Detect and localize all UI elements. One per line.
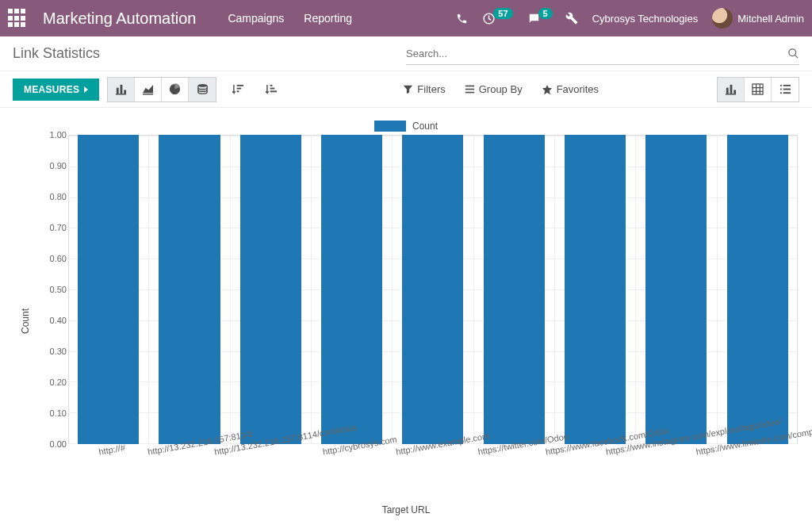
- svg-rect-11: [237, 90, 239, 92]
- favorites-label: Favorites: [557, 83, 599, 95]
- y-ticks: 0.000.100.200.300.400.500.600.700.800.90…: [40, 135, 67, 444]
- stacked-button[interactable]: [189, 78, 216, 102]
- sort-desc-button[interactable]: [224, 78, 251, 102]
- nav-links: Campaigns Reporting: [228, 12, 352, 25]
- bar[interactable]: [159, 135, 220, 444]
- search-icon[interactable]: [787, 48, 799, 59]
- svg-rect-4: [117, 88, 119, 94]
- svg-rect-21: [733, 90, 736, 94]
- svg-rect-17: [465, 92, 474, 94]
- activities-icon[interactable]: 57: [482, 12, 512, 25]
- legend-swatch: [374, 121, 406, 132]
- y-tick-label: 0.00: [50, 439, 67, 449]
- bar-chart-button[interactable]: [108, 78, 135, 102]
- search-input[interactable]: [406, 43, 783, 64]
- svg-rect-12: [270, 85, 273, 86]
- filters-label: Filters: [417, 83, 445, 95]
- bar[interactable]: [565, 135, 626, 444]
- groupby-label: Group By: [479, 83, 523, 95]
- bar[interactable]: [321, 135, 382, 444]
- groupby-menu[interactable]: Group By: [465, 83, 523, 95]
- y-tick-label: 0.10: [50, 408, 67, 418]
- y-tick-label: 0.60: [50, 254, 67, 263]
- nav-campaigns[interactable]: Campaigns: [228, 12, 284, 25]
- user-menu[interactable]: Mitchell Admin: [712, 8, 804, 29]
- svg-rect-14: [270, 90, 277, 92]
- bar[interactable]: [484, 135, 545, 444]
- discuss-badge: 5: [538, 8, 553, 19]
- svg-rect-29: [779, 89, 781, 90]
- activities-badge: 57: [493, 8, 512, 19]
- pivot-view-button[interactable]: [745, 78, 772, 102]
- svg-rect-30: [783, 89, 790, 90]
- chart-type-group: [107, 77, 216, 102]
- y-tick-label: 0.20: [50, 377, 67, 387]
- svg-rect-16: [465, 89, 474, 90]
- company-name[interactable]: Cybrosys Technologies: [592, 13, 698, 25]
- search-wrap: [406, 43, 799, 65]
- svg-rect-32: [783, 92, 790, 94]
- caret-right-icon: [84, 86, 88, 93]
- y-tick-label: 0.80: [50, 192, 67, 201]
- line-chart-button[interactable]: [135, 78, 162, 102]
- chart-canvas: Count 0.000.100.200.300.400.500.600.700.…: [44, 135, 798, 508]
- sort-group: [224, 78, 285, 102]
- nav-reporting[interactable]: Reporting: [304, 12, 352, 25]
- breadcrumb: Link Statistics: [13, 45, 100, 62]
- y-axis-label: Count: [20, 308, 31, 334]
- filters-group: Filters Group By Favorites: [403, 83, 599, 95]
- bar[interactable]: [78, 135, 139, 444]
- y-tick-label: 0.30: [50, 347, 67, 356]
- svg-rect-15: [465, 86, 474, 87]
- svg-rect-20: [730, 85, 733, 94]
- control-panel-bottom: MEASURES Filters Group By: [0, 71, 812, 108]
- chart-bars: [68, 135, 798, 444]
- avatar-icon: [712, 8, 733, 29]
- svg-rect-13: [270, 88, 275, 90]
- discuss-icon[interactable]: 5: [527, 12, 553, 25]
- top-nav: Marketing Automation Campaigns Reporting…: [0, 0, 812, 36]
- graph-view-button[interactable]: [718, 78, 745, 102]
- svg-rect-6: [124, 90, 127, 94]
- control-panel-top: Link Statistics: [0, 36, 812, 71]
- y-tick-label: 0.40: [50, 316, 67, 325]
- svg-rect-9: [237, 85, 243, 86]
- legend-label: Count: [412, 121, 438, 132]
- svg-line-2: [795, 55, 798, 58]
- chart-container: Count Count 0.000.100.200.300.400.500.60…: [0, 108, 812, 515]
- bar[interactable]: [727, 135, 788, 444]
- favorites-menu[interactable]: Favorites: [542, 83, 599, 95]
- sort-asc-button[interactable]: [258, 78, 285, 102]
- svg-rect-27: [779, 85, 781, 86]
- y-tick-label: 0.90: [50, 161, 67, 170]
- bar[interactable]: [240, 135, 301, 444]
- chart-legend: Count: [8, 121, 804, 132]
- measures-label: MEASURES: [24, 84, 79, 95]
- y-tick-label: 0.50: [50, 285, 67, 294]
- svg-point-8: [198, 84, 207, 87]
- svg-rect-7: [143, 94, 153, 94]
- bar[interactable]: [645, 135, 707, 444]
- pie-chart-button[interactable]: [162, 78, 189, 102]
- list-view-button[interactable]: [772, 78, 799, 102]
- filters-menu[interactable]: Filters: [403, 83, 445, 95]
- x-ticks: http://#http://13.232.216.157:8114/http:…: [68, 444, 798, 508]
- svg-rect-31: [779, 92, 781, 94]
- phone-icon[interactable]: [456, 13, 468, 25]
- svg-point-1: [789, 48, 796, 56]
- svg-rect-3: [116, 94, 126, 94]
- y-tick-label: 1.00: [50, 130, 67, 140]
- app-brand: Marketing Automation: [43, 10, 196, 28]
- svg-rect-22: [753, 84, 763, 94]
- svg-rect-28: [783, 85, 790, 86]
- bar[interactable]: [402, 135, 463, 444]
- x-tick-label: http://#: [98, 442, 126, 457]
- svg-rect-5: [121, 85, 123, 94]
- view-switcher: [717, 77, 799, 102]
- svg-rect-10: [237, 88, 242, 90]
- apps-icon[interactable]: [8, 9, 27, 28]
- measures-button[interactable]: MEASURES: [13, 79, 99, 101]
- y-tick-label: 0.70: [50, 223, 67, 232]
- svg-rect-19: [726, 88, 729, 94]
- settings-icon[interactable]: ✕: [567, 11, 578, 25]
